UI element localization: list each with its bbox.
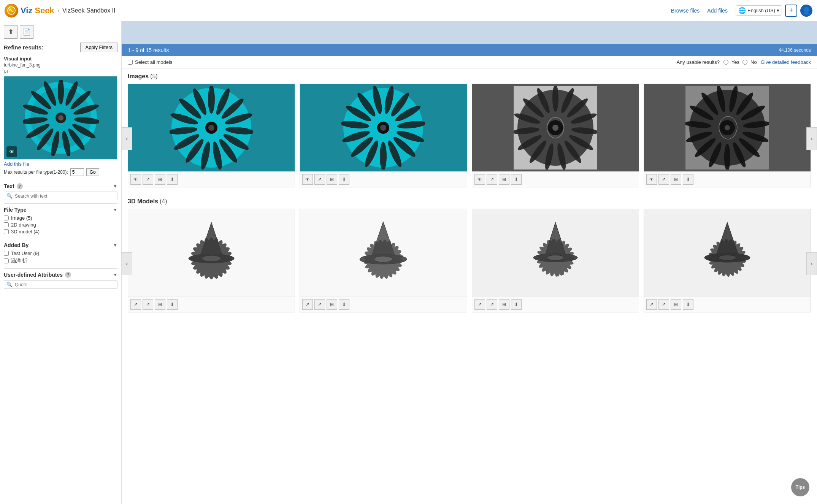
model-4-download-btn[interactable]: ⬇ bbox=[683, 299, 693, 310]
card-2-compare-btn[interactable]: ⊞ bbox=[327, 174, 337, 185]
turbine-img-2 bbox=[341, 86, 425, 170]
user-attr-search-icon: 🔍 bbox=[6, 282, 13, 287]
user-icon-btn[interactable]: 👤 bbox=[800, 5, 812, 17]
usable-yes-radio[interactable] bbox=[723, 60, 728, 65]
add-this-file-link[interactable]: Add this file bbox=[4, 161, 117, 167]
turbine-preview-svg bbox=[23, 80, 99, 156]
card-2-download-btn[interactable]: ⬇ bbox=[339, 174, 349, 185]
model-card-1: ↗ ↗ ⊞ ⬇ bbox=[128, 209, 295, 312]
added-by-testuser-item: Test User (9) bbox=[4, 250, 117, 256]
added-by-section-header[interactable]: Added By ▼ bbox=[4, 242, 117, 248]
model-1-view-btn[interactable]: ↗ bbox=[130, 299, 141, 310]
models-prev-button[interactable]: ‹ bbox=[122, 252, 132, 275]
logo[interactable]: VizSeek bbox=[5, 4, 54, 17]
tips-button[interactable]: Tips bbox=[791, 478, 809, 496]
filetype-image-checkbox[interactable] bbox=[4, 216, 9, 220]
images-next-button[interactable]: › bbox=[806, 127, 817, 150]
models-next-button[interactable]: › bbox=[806, 252, 817, 275]
language-selector[interactable]: 🌐 English (US) ▾ bbox=[736, 5, 782, 16]
card-1-eye-btn[interactable]: 👁 bbox=[130, 174, 141, 185]
text-help-icon[interactable]: ? bbox=[17, 183, 23, 189]
model-card-1-img bbox=[128, 209, 295, 296]
app-header: VizSeek › VizSeek Sandbox II Browse file… bbox=[0, 0, 817, 21]
model-1-compare-btn[interactable]: ⊞ bbox=[155, 299, 165, 310]
model-2-view-btn[interactable]: ↗ bbox=[302, 299, 313, 310]
turbine-img-3 bbox=[514, 86, 597, 170]
text-search-input[interactable] bbox=[15, 193, 115, 199]
turbine-img-1 bbox=[170, 86, 253, 170]
images-heading: Images(5) bbox=[128, 73, 811, 80]
add-files-link[interactable]: Add files bbox=[707, 8, 728, 14]
images-prev-button[interactable]: ‹ bbox=[122, 127, 132, 150]
model-3-compare-btn[interactable]: ⊞ bbox=[499, 299, 509, 310]
max-results-input[interactable] bbox=[70, 168, 84, 176]
card-1-download-btn[interactable]: ⬇ bbox=[167, 174, 178, 185]
model-svg-1 bbox=[170, 215, 253, 291]
card-3-download-btn[interactable]: ⬇ bbox=[511, 174, 522, 185]
card-4-eye-btn[interactable]: 👁 bbox=[646, 174, 657, 185]
browse-files-link[interactable]: Browse files bbox=[671, 8, 700, 14]
refine-header: Refine results: Apply Filters bbox=[4, 43, 117, 52]
added-by-user2-item: 涵洋 忻 bbox=[4, 257, 117, 264]
card-4-compare-btn[interactable]: ⊞ bbox=[671, 174, 681, 185]
card-3-eye-btn[interactable]: 👁 bbox=[474, 174, 485, 185]
filetype-3d-checkbox[interactable] bbox=[4, 229, 9, 234]
model-2-compare-btn[interactable]: ⊞ bbox=[327, 299, 337, 310]
image-card-2: 👁 ↗ ⊞ ⬇ bbox=[300, 84, 467, 187]
models-section: 3D Models(4) bbox=[122, 193, 817, 205]
model-4-arrow-btn[interactable]: ↗ bbox=[658, 299, 669, 310]
card-2-eye-btn[interactable]: 👁 bbox=[302, 174, 313, 185]
added-by-user2-checkbox[interactable] bbox=[4, 258, 9, 263]
model-2-download-btn[interactable]: ⬇ bbox=[339, 299, 349, 310]
eye-button[interactable]: 👁 bbox=[6, 146, 17, 157]
image-card-3: 👁 ↗ ⊞ ⬇ bbox=[472, 84, 639, 187]
image-card-1: 👁 ↗ ⊞ ⬇ bbox=[128, 84, 295, 187]
card-4-download-btn[interactable]: ⬇ bbox=[683, 174, 693, 185]
sidebar: ⬆ 📄 Refine results: Apply Filters Visual… bbox=[0, 21, 122, 504]
models-heading: 3D Models(4) bbox=[128, 198, 811, 205]
model-4-compare-btn[interactable]: ⊞ bbox=[671, 299, 681, 310]
added-by-user2-label: 涵洋 忻 bbox=[11, 257, 27, 264]
model-2-arrow-btn[interactable]: ↗ bbox=[314, 299, 325, 310]
select-all-checkbox[interactable] bbox=[128, 60, 133, 65]
model-1-download-btn[interactable]: ⬇ bbox=[167, 299, 178, 310]
model-4-view-btn[interactable]: ↗ bbox=[646, 299, 657, 310]
model-svg-4 bbox=[685, 215, 769, 291]
added-by-section-title: Added By bbox=[4, 242, 29, 248]
model-1-arrow-btn[interactable]: ↗ bbox=[143, 299, 153, 310]
text-section-header[interactable]: Text ? ▼ bbox=[4, 183, 117, 189]
user-attr-section-header[interactable]: User-defined Attributes ? ▼ bbox=[4, 272, 117, 278]
filetype-section-header[interactable]: File Type ▼ bbox=[4, 207, 117, 213]
filetype-2d-item: 2D drawing bbox=[4, 222, 117, 228]
file-icon-btn[interactable]: 📄 bbox=[20, 25, 33, 39]
chevron-down-icon: ▾ bbox=[777, 8, 779, 13]
added-by-testuser-checkbox[interactable] bbox=[4, 251, 9, 256]
usable-no-radio[interactable] bbox=[742, 60, 747, 65]
filetype-2d-checkbox[interactable] bbox=[4, 222, 9, 227]
go-button[interactable]: Go bbox=[86, 168, 99, 176]
card-1-compare-btn[interactable]: ⊞ bbox=[155, 174, 165, 185]
sandbox-title: VizSeek Sandbox II bbox=[62, 7, 115, 14]
upload-icon-btn[interactable]: ⬆ bbox=[4, 25, 17, 39]
user-attr-search-input[interactable] bbox=[15, 282, 115, 287]
card-2-arrow-btn[interactable]: ↗ bbox=[314, 174, 325, 185]
results-strip: 1 - 9 of 15 results 44.106 seconds bbox=[122, 44, 817, 56]
visual-input-label: Visual input bbox=[4, 56, 117, 62]
model-card-4-actions: ↗ ↗ ⊞ ⬇ bbox=[644, 296, 811, 312]
filetype-section-title: File Type bbox=[4, 207, 27, 213]
card-1-arrow-btn[interactable]: ↗ bbox=[143, 174, 153, 185]
user-attr-title-row: User-defined Attributes ? bbox=[4, 272, 71, 278]
apply-filters-button[interactable]: Apply Filters bbox=[80, 43, 117, 52]
feedback-link[interactable]: Give detailed feedback bbox=[761, 59, 811, 65]
model-3-view-btn[interactable]: ↗ bbox=[474, 299, 485, 310]
svg-point-74 bbox=[552, 125, 558, 131]
model-3-arrow-btn[interactable]: ↗ bbox=[487, 299, 497, 310]
card-3-arrow-btn[interactable]: ↗ bbox=[487, 174, 497, 185]
svg-point-55 bbox=[380, 125, 386, 131]
model-3-download-btn[interactable]: ⬇ bbox=[511, 299, 522, 310]
card-4-arrow-btn[interactable]: ↗ bbox=[658, 174, 669, 185]
user-attr-help-icon[interactable]: ? bbox=[65, 272, 71, 278]
add-icon-btn[interactable]: + bbox=[785, 5, 797, 17]
logo-circle bbox=[5, 4, 18, 17]
card-3-compare-btn[interactable]: ⊞ bbox=[499, 174, 509, 185]
